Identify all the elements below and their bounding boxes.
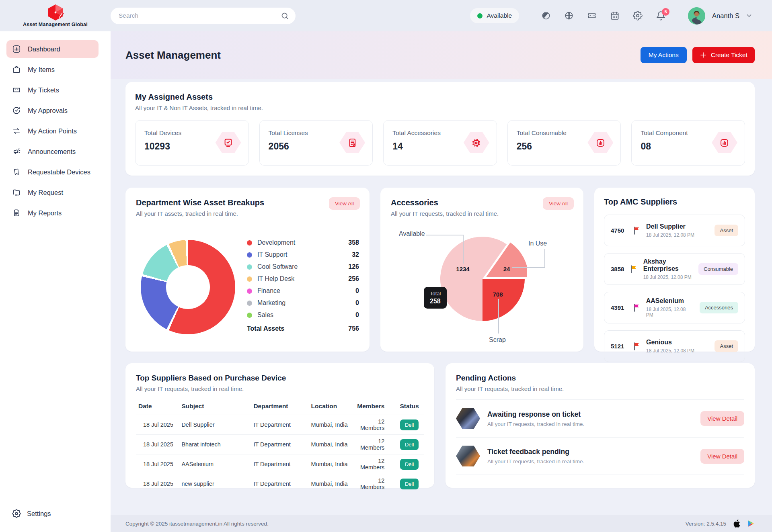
- pending-item[interactable]: Awaiting response on ticket All your IT …: [456, 399, 744, 437]
- sidebar-item-label: My Reports: [28, 209, 62, 217]
- sidebar-item-label: My Request: [28, 189, 63, 196]
- availability-status-pill[interactable]: Available: [470, 8, 519, 23]
- theme-contrast-icon[interactable]: [541, 11, 551, 20]
- search-input[interactable]: [111, 8, 296, 24]
- status-badge[interactable]: Dell: [400, 419, 419, 430]
- legend-dot: [247, 289, 252, 294]
- pending-item[interactable]: Ticket feedback pending All your IT requ…: [456, 437, 744, 475]
- brand-logo[interactable]: Asset Management Global: [0, 4, 111, 27]
- category-badge: Consumable: [698, 263, 738, 275]
- footer: Copyright © 2025 itassetmanagement.in Al…: [111, 515, 772, 532]
- legend-row: IT Support 32: [247, 249, 359, 261]
- status-badge[interactable]: Dell: [400, 439, 419, 450]
- sidebar-item-label: My Tickets: [28, 86, 59, 94]
- amc-supplier-row[interactable]: 3858 Akshay Enterprises 18 Jul 2025, 12.…: [604, 253, 745, 285]
- apple-logo-icon[interactable]: [733, 519, 740, 528]
- stat-card-total-consumable[interactable]: Total Consumable 256: [507, 120, 621, 166]
- status-dot: [477, 13, 482, 18]
- search-icon[interactable]: [281, 12, 289, 20]
- section-subtitle: All your IT requests, tracked in real ti…: [456, 385, 744, 392]
- pie-value-available: 1234: [456, 266, 469, 272]
- flag-icon: [633, 227, 641, 235]
- bookmark-icon: [12, 168, 21, 176]
- bell-icon[interactable]: 5: [656, 11, 666, 21]
- ticket-icon[interactable]: [587, 11, 597, 20]
- my-actions-button[interactable]: My Actions: [641, 47, 687, 63]
- create-ticket-button[interactable]: Create Ticket: [692, 47, 755, 63]
- sidebar-item-requestable-devices[interactable]: Requestable Devices: [6, 163, 99, 181]
- swap-arrows-icon: [12, 127, 21, 135]
- sidebar-item-dashboard[interactable]: Dashboard: [6, 40, 99, 58]
- amc-supplier-row[interactable]: 4391 AASelenium 18 Jul 2025, 12.08 PM Ac…: [604, 292, 745, 323]
- topbar: Asset Management Global Available: [0, 0, 772, 31]
- legend-row: Finance 0: [247, 285, 359, 297]
- sidebar-item-my-items[interactable]: My Items: [6, 61, 99, 78]
- legend-total-row: Total Assets 756: [247, 323, 359, 335]
- version-label: Version: 2.5.4.15: [686, 521, 726, 527]
- dept-view-all-button[interactable]: View All: [329, 197, 360, 210]
- status-badge[interactable]: Dell: [400, 459, 419, 470]
- legend-dot: [247, 240, 252, 246]
- sidebar-item-my-tickets[interactable]: My Tickets: [6, 81, 99, 99]
- pie-value-scrap: 708: [493, 291, 503, 298]
- legend-row: Marketing 0: [247, 297, 359, 309]
- notification-badge: 5: [662, 8, 669, 16]
- leader-line: [426, 235, 463, 235]
- view-detail-button[interactable]: View Detail: [700, 449, 744, 464]
- gear-icon[interactable]: [633, 11, 643, 20]
- sidebar-item-settings[interactable]: Settings: [0, 505, 111, 522]
- topbar-divider: [677, 7, 677, 24]
- sidebar-item-announcements[interactable]: Announcements: [6, 143, 99, 160]
- legend-row: Cool Software 126: [247, 261, 359, 273]
- sidebar-item-label: Requestable Devices: [28, 168, 90, 176]
- flag-icon: [633, 304, 641, 312]
- calendar-icon[interactable]: [610, 11, 620, 20]
- table-row[interactable]: 18 Jul 2025 Bharat infotech IT Departmen…: [136, 435, 424, 454]
- copyright-text: Copyright © 2025 itassetmanagement.in Al…: [125, 521, 269, 527]
- page-header-actions: My Actions Create Ticket: [641, 47, 755, 63]
- page-header: Asset Management My Actions Create Ticke…: [111, 31, 772, 79]
- user-name[interactable]: Ananth S: [712, 12, 739, 20]
- flag-icon: [630, 265, 638, 273]
- suppliers-table: Date Subject Department Location Members…: [136, 398, 424, 494]
- amc-supplier-row[interactable]: 5121 Genious 18 Jul 2025, 12.08 PM Asset: [604, 330, 745, 362]
- stats-row: Total Devices 10293 Total Licenses 2056: [135, 120, 745, 166]
- sidebar-item-my-action-points[interactable]: My Action Points: [6, 122, 99, 140]
- section-subtitle: All your IT & Non IT Assets, tracked in …: [135, 104, 745, 111]
- table-row[interactable]: 18 Jul 2025 AASelenium IT Department Mum…: [136, 454, 424, 474]
- department-donut-chart[interactable]: [141, 240, 235, 334]
- page-title: Asset Management: [125, 49, 221, 61]
- table-row[interactable]: 18 Jul 2025 new supplier IT Department M…: [136, 474, 424, 494]
- pie-label-in-use: In Use: [528, 240, 547, 247]
- accessories-card: Accessories All your IT requests, tracke…: [380, 188, 583, 352]
- globe-icon[interactable]: [564, 11, 574, 20]
- leader-line: [512, 267, 545, 268]
- sidebar-item-my-request[interactable]: My Request: [6, 184, 99, 201]
- stat-card-total-component[interactable]: Total Component 08: [631, 120, 745, 166]
- stat-card-total-devices[interactable]: Total Devices 10293: [135, 120, 249, 166]
- legend-dot: [247, 301, 252, 306]
- section-title: Top AMC Suppliers: [604, 197, 745, 207]
- sidebar-item-my-reports[interactable]: My Reports: [6, 204, 99, 222]
- legend-row: Development 358: [247, 237, 359, 249]
- legend-dot: [247, 252, 252, 258]
- avatar[interactable]: [688, 7, 705, 25]
- settings-label: Settings: [27, 510, 51, 518]
- pie-chart-svg[interactable]: [438, 235, 527, 323]
- ticket-thumbnail-image: [456, 445, 480, 467]
- chevron-down-icon[interactable]: [745, 12, 753, 19]
- brand-name: Asset Management Global: [23, 22, 88, 27]
- stat-card-total-licenses[interactable]: Total Licenses 2056: [259, 120, 373, 166]
- amc-supplier-row[interactable]: 4750 Dell Supplier 18 Jul 2025, 12.08 PM…: [604, 215, 745, 246]
- department-legend: Development 358 IT Support 32 Cool Softw…: [247, 237, 359, 335]
- stat-card-total-accessories[interactable]: Total Accessories 14: [383, 120, 497, 166]
- google-play-icon[interactable]: [747, 519, 755, 528]
- sidebar-nav: Dashboard My Items My Tickets: [0, 31, 111, 225]
- table-row[interactable]: 18 Jul 2025 Dell Supplier IT Department …: [136, 415, 424, 435]
- megaphone-icon: [12, 147, 21, 156]
- sidebar-item-my-approvals[interactable]: My Approvals: [6, 102, 99, 119]
- legend-row: IT Help Desk 256: [247, 273, 359, 285]
- flag-icon: [633, 342, 641, 350]
- status-badge[interactable]: Dell: [400, 479, 419, 489]
- view-detail-button[interactable]: View Detail: [700, 411, 744, 426]
